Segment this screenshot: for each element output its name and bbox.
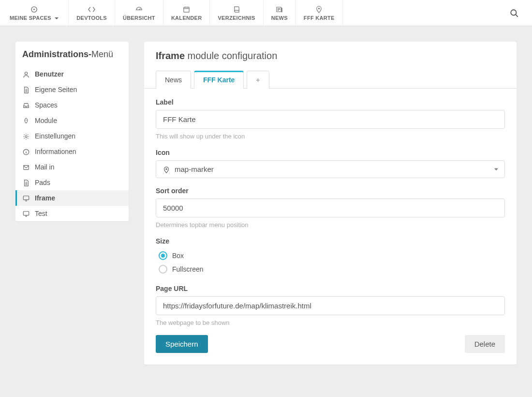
url-help: The webpage to be shown — [156, 319, 505, 326]
size-option-box[interactable]: Box — [156, 249, 505, 262]
sidebar-item-mail-in[interactable]: Mail in — [15, 159, 129, 175]
topbar-label: FFF KARTE — [304, 15, 335, 21]
topbar-label: KALENDER — [171, 15, 202, 21]
sidebar-item-iframe[interactable]: Iframe — [15, 190, 129, 206]
sidebar-item-label: Eigene Seiten — [35, 86, 77, 93]
radio-icon — [159, 251, 167, 260]
size-field-label: Size — [156, 237, 505, 245]
file-icon — [22, 86, 30, 93]
desktop-icon — [22, 194, 30, 202]
sort-order-input[interactable] — [156, 198, 505, 217]
page-url-input[interactable] — [156, 296, 505, 315]
radio-label: Fullscreen — [172, 265, 204, 273]
sidebar-item-label: Informationen — [35, 148, 76, 155]
size-option-fullscreen[interactable]: Fullscreen — [156, 262, 505, 276]
sort-help: Determines topbar menu position — [156, 221, 505, 229]
topbar: MEINE SPACES DEVTOOLSÜBERSICHTKALENDERVE… — [0, 0, 532, 26]
topbar-item-news[interactable]: NEWS — [264, 0, 296, 26]
search-button[interactable] — [496, 0, 532, 26]
crosshair-icon — [30, 5, 38, 13]
tabs: NewsFFF Karte+ — [144, 61, 517, 89]
radio-label: Box — [172, 252, 184, 260]
search-icon — [510, 8, 518, 18]
info-icon — [22, 148, 30, 155]
sidebar-item-informationen[interactable]: Informationen — [15, 144, 129, 159]
desktop-icon — [22, 210, 30, 217]
sidebar-item-label: Iframe — [35, 194, 55, 202]
envelope-icon — [22, 163, 30, 171]
map-marker-icon — [163, 165, 170, 173]
sidebar-item-eigene-seiten[interactable]: Eigene Seiten — [15, 82, 129, 97]
cogs-icon — [22, 132, 30, 140]
sidebar-item-label: Spaces — [35, 101, 58, 109]
rocket-icon — [22, 117, 30, 124]
tab-news[interactable]: News — [156, 71, 191, 89]
sidebar-title: Administrations-Menü — [15, 42, 129, 66]
config-form: Label This will show up under the icon I… — [144, 89, 517, 365]
main-panel: Iframe module configuration NewsFFF Kart… — [144, 42, 517, 365]
sidebar-item-label: Benutzer — [35, 70, 64, 78]
topbar-item-kalender[interactable]: KALENDER — [163, 0, 210, 26]
icon-select[interactable]: map-marker — [156, 160, 505, 178]
topbar-item-meine-spaces[interactable]: MEINE SPACES — [0, 0, 69, 26]
sidebar-item-spaces[interactable]: Spaces — [15, 97, 129, 113]
inbox-icon — [22, 101, 30, 109]
page-title: Iframe module configuration — [156, 50, 505, 61]
sort-field-label: Sort order — [156, 187, 505, 195]
topbar-spacer — [343, 0, 496, 26]
sidebar-item-pads[interactable]: Pads — [15, 175, 129, 190]
calendar-icon — [183, 5, 190, 13]
sidebar-item-module[interactable]: Module — [15, 113, 129, 128]
sidebar-item-einstellungen[interactable]: Einstellungen — [15, 128, 129, 144]
sidebar-item-label: Mail in — [35, 163, 54, 171]
radio-icon — [159, 265, 167, 274]
topbar-label: MEINE SPACES — [10, 15, 59, 21]
tab-fff-karte[interactable]: FFF Karte — [194, 71, 244, 89]
topbar-item-verzeichnis[interactable]: VERZEICHNIS — [210, 0, 263, 26]
dashboard-icon — [135, 5, 143, 13]
url-field-label: Page URL — [156, 285, 505, 292]
sidebar-item-label: Einstellungen — [35, 132, 75, 140]
icon-select-value: map-marker — [175, 165, 214, 173]
tab-add[interactable]: + — [247, 71, 269, 89]
file-icon — [22, 179, 30, 186]
topbar-label: NEWS — [271, 15, 288, 21]
topbar-item-devtools[interactable]: DEVTOOLS — [69, 0, 115, 26]
sidebar-item-label: Test — [35, 210, 47, 217]
label-help: This will show up under the icon — [156, 133, 505, 140]
topbar-label: ÜBERSICHT — [123, 15, 155, 21]
sidebar-item-benutzer[interactable]: Benutzer — [15, 66, 129, 82]
newspaper-icon — [276, 5, 283, 13]
code-icon — [88, 5, 95, 13]
topbar-item-übersicht[interactable]: ÜBERSICHT — [115, 0, 163, 26]
user-icon — [22, 70, 30, 78]
topbar-item-fff-karte[interactable]: FFF KARTE — [296, 0, 343, 26]
label-field-label: Label — [156, 98, 505, 106]
topbar-label: VERZEICHNIS — [218, 15, 255, 21]
delete-button[interactable]: Delete — [465, 335, 505, 353]
admin-sidebar: Administrations-Menü BenutzerEigene Seit… — [15, 42, 129, 221]
sidebar-item-label: Pads — [35, 179, 50, 186]
save-button[interactable]: Speichern — [156, 335, 208, 353]
sidebar-item-test[interactable]: Test — [15, 206, 129, 221]
label-input[interactable] — [156, 110, 505, 129]
sidebar-item-label: Module — [35, 117, 57, 124]
chevron-down-icon — [494, 168, 498, 170]
map-marker-icon — [315, 5, 323, 13]
icon-field-label: Icon — [156, 149, 505, 156]
chevron-down-icon — [55, 17, 59, 19]
book-icon — [233, 5, 240, 13]
topbar-label: DEVTOOLS — [76, 15, 107, 21]
